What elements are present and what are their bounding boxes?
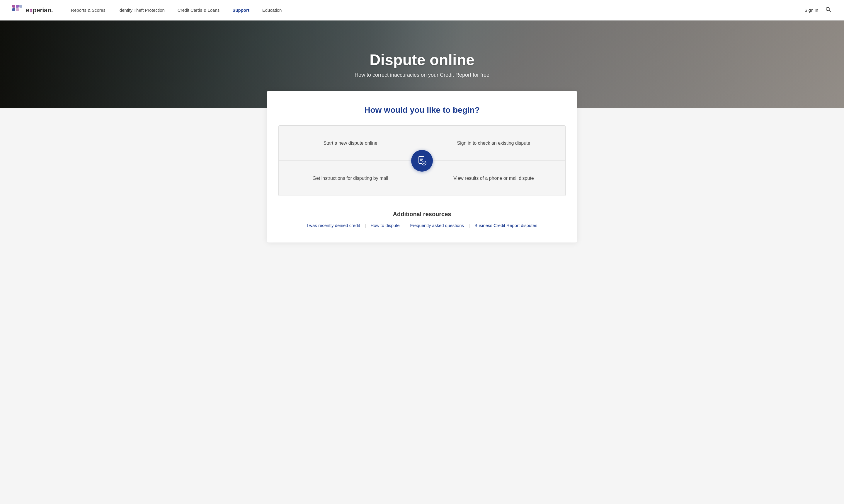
main-card: How would you like to begin? Start a new… — [267, 91, 577, 242]
separator-3: | — [469, 223, 470, 228]
svg-rect-4 — [19, 5, 22, 7]
resource-link-faq[interactable]: Frequently asked questions — [410, 223, 464, 228]
resources-title: Additional resources — [278, 211, 566, 218]
options-grid: Start a new dispute online Sign in to ch… — [278, 125, 566, 196]
resources-links: I was recently denied credit | How to di… — [278, 223, 566, 228]
svg-rect-0 — [12, 5, 15, 7]
svg-point-11 — [422, 161, 426, 165]
sign-in-link[interactable]: Sign In — [805, 7, 818, 13]
resource-link-how-to-dispute[interactable]: How to dispute — [370, 223, 400, 228]
nav-item-support[interactable]: Support — [226, 7, 256, 13]
search-icon — [825, 6, 831, 12]
svg-line-6 — [829, 10, 830, 12]
svg-rect-1 — [16, 5, 19, 7]
option-check-existing[interactable]: Sign in to check an existing dispute — [422, 126, 565, 161]
nav-item-identity-theft[interactable]: Identity Theft Protection — [112, 7, 171, 13]
document-check-icon — [417, 155, 427, 166]
svg-rect-2 — [12, 8, 15, 11]
hero-subtitle: How to correct inaccuracies on your Cred… — [355, 72, 489, 78]
nav-item-education[interactable]: Education — [256, 7, 288, 13]
resource-link-business-credit[interactable]: Business Credit Report disputes — [474, 223, 537, 228]
card-title: How would you like to begin? — [278, 105, 566, 115]
logo-text: experian. — [26, 6, 53, 14]
nav-item-credit-cards-loans[interactable]: Credit Cards & Loans — [171, 7, 226, 13]
logo[interactable]: experian. — [12, 4, 53, 16]
nav-item-reports-scores[interactable]: Reports & Scores — [65, 7, 112, 13]
dispute-center-icon — [411, 150, 433, 172]
option-dispute-by-mail[interactable]: Get instructions for disputing by mail — [279, 161, 422, 196]
main-nav: Reports & Scores Identity Theft Protecti… — [65, 7, 805, 13]
page-bottom — [0, 242, 844, 260]
search-button[interactable] — [824, 5, 832, 15]
header: experian. Reports & Scores Identity Thef… — [0, 0, 844, 20]
option-new-dispute[interactable]: Start a new dispute online — [279, 126, 422, 161]
header-right: Sign In — [805, 5, 832, 15]
additional-resources: Additional resources I was recently deni… — [278, 211, 566, 228]
resource-link-denied-credit[interactable]: I was recently denied credit — [307, 223, 360, 228]
separator-1: | — [365, 223, 366, 228]
option-phone-mail-result[interactable]: View results of a phone or mail dispute — [422, 161, 565, 196]
svg-rect-3 — [16, 8, 19, 11]
hero-title: Dispute online — [370, 51, 474, 69]
separator-2: | — [404, 223, 406, 228]
